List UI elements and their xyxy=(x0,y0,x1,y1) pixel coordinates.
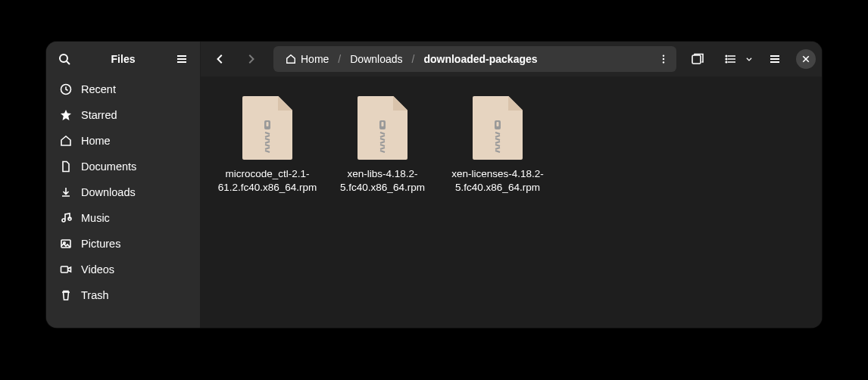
view-switcher xyxy=(720,47,757,71)
svg-line-45 xyxy=(495,135,500,137)
svg-rect-34 xyxy=(382,122,384,126)
breadcrumb-label: Downloads xyxy=(350,53,402,65)
star-icon xyxy=(60,109,72,121)
search-icon xyxy=(58,53,70,65)
view-dropdown-button[interactable] xyxy=(742,47,757,71)
menu-icon xyxy=(176,53,188,65)
svg-rect-12 xyxy=(692,55,701,64)
breadcrumb-label: downloaded-packages xyxy=(423,53,537,65)
file-label: xen-licenses-4.18.2-5.fc40.x86_64.rpm xyxy=(445,167,550,195)
breadcrumb-downloads[interactable]: Downloads xyxy=(347,53,405,65)
sidebar-item-label: Pictures xyxy=(81,238,120,250)
toolbar: Home / Downloads / downloaded-packages xyxy=(201,42,822,76)
home-icon xyxy=(286,54,296,64)
chevron-down-icon xyxy=(745,55,753,63)
file-item[interactable]: microcode_ctl-2.1-61.2.fc40.x86_64.rpm xyxy=(214,92,320,195)
search-button[interactable] xyxy=(52,47,76,71)
svg-line-44 xyxy=(495,132,500,134)
breadcrumb-separator: / xyxy=(412,53,415,65)
sidebar-list: Recent Starred Home Documents Downloads … xyxy=(46,76,200,328)
svg-line-29 xyxy=(265,142,270,143)
forward-button[interactable] xyxy=(237,46,264,72)
svg-point-0 xyxy=(60,55,67,62)
chevron-right-icon xyxy=(245,54,256,64)
path-menu-button[interactable] xyxy=(651,46,676,72)
svg-rect-8 xyxy=(61,266,68,273)
file-label: microcode_ctl-2.1-61.2.fc40.x86_64.rpm xyxy=(215,167,320,195)
file-manager-window: Files Recent Starred Home Documents xyxy=(46,42,822,328)
list-icon xyxy=(725,53,737,65)
svg-line-50 xyxy=(495,151,500,152)
svg-line-46 xyxy=(495,139,500,140)
sidebar-item-recent[interactable]: Recent xyxy=(46,76,200,102)
file-item[interactable]: xen-libs-4.18.2-5.fc40.x86_64.rpm xyxy=(329,92,436,195)
svg-point-17 xyxy=(726,58,727,60)
svg-point-16 xyxy=(726,55,727,57)
svg-line-38 xyxy=(380,142,385,143)
svg-line-27 xyxy=(265,135,270,137)
sidebar-item-label: Trash xyxy=(81,289,109,301)
archive-icon xyxy=(242,96,292,160)
back-button[interactable] xyxy=(207,46,234,72)
file-item[interactable]: xen-licenses-4.18.2-5.fc40.x86_64.rpm xyxy=(445,92,551,195)
svg-point-10 xyxy=(663,58,664,60)
sidebar-item-label: Starred xyxy=(81,109,117,121)
svg-line-37 xyxy=(380,139,385,140)
sidebar-item-documents[interactable]: Documents xyxy=(46,154,200,179)
document-icon xyxy=(60,160,72,173)
menu-icon xyxy=(769,53,781,65)
main-menu-button[interactable] xyxy=(763,47,787,71)
path-bar: Home / Downloads / downloaded-packages xyxy=(273,46,676,72)
trash-icon xyxy=(60,289,72,301)
breadcrumb-current[interactable]: downloaded-packages xyxy=(420,53,540,65)
svg-line-26 xyxy=(265,132,270,134)
svg-line-41 xyxy=(380,151,385,152)
download-icon xyxy=(60,186,72,198)
sidebar-item-pictures[interactable]: Pictures xyxy=(46,231,200,257)
svg-line-31 xyxy=(265,148,270,149)
archive-icon xyxy=(358,96,407,160)
svg-line-39 xyxy=(380,145,385,146)
svg-rect-25 xyxy=(267,122,269,126)
sidebar-item-label: Videos xyxy=(81,263,114,276)
sidebar: Files Recent Starred Home Documents xyxy=(46,42,201,328)
breadcrumb-home[interactable]: Home xyxy=(283,53,332,65)
home-icon xyxy=(60,135,72,147)
sidebar-menu-button[interactable] xyxy=(170,47,194,71)
sidebar-item-music[interactable]: Music xyxy=(46,205,200,231)
sidebar-item-trash[interactable]: Trash xyxy=(46,282,200,308)
svg-rect-43 xyxy=(497,122,499,126)
svg-line-40 xyxy=(380,148,385,149)
music-icon xyxy=(60,212,72,224)
sidebar-item-label: Documents xyxy=(81,160,136,173)
sidebar-item-videos[interactable]: Videos xyxy=(46,257,200,282)
file-label: xen-libs-4.18.2-5.fc40.x86_64.rpm xyxy=(330,167,435,195)
close-icon xyxy=(801,55,810,64)
svg-point-18 xyxy=(726,61,727,63)
new-tab-icon xyxy=(691,52,704,66)
app-title: Files xyxy=(76,53,170,65)
sidebar-item-label: Music xyxy=(81,212,110,224)
svg-line-35 xyxy=(380,132,385,134)
svg-point-9 xyxy=(663,55,664,56)
list-view-button[interactable] xyxy=(720,47,742,71)
svg-line-1 xyxy=(67,61,70,64)
breadcrumb-label: Home xyxy=(301,53,329,65)
sidebar-item-label: Recent xyxy=(81,83,116,95)
new-tab-button[interactable] xyxy=(685,47,710,71)
sidebar-item-downloads[interactable]: Downloads xyxy=(46,179,200,205)
svg-line-48 xyxy=(495,145,500,146)
chevron-left-icon xyxy=(215,54,226,64)
clock-icon xyxy=(60,83,72,95)
sidebar-item-home[interactable]: Home xyxy=(46,128,200,154)
main-panel: Home / Downloads / downloaded-packages xyxy=(201,42,822,328)
breadcrumb-separator: / xyxy=(338,53,341,65)
sidebar-item-label: Home xyxy=(81,135,111,147)
svg-point-11 xyxy=(663,61,664,63)
sidebar-item-starred[interactable]: Starred xyxy=(46,102,200,128)
sidebar-item-label: Downloads xyxy=(81,186,136,198)
file-grid: microcode_ctl-2.1-61.2.fc40.x86_64.rpm x… xyxy=(201,76,822,328)
picture-icon xyxy=(60,238,72,250)
close-button[interactable] xyxy=(796,49,816,69)
svg-line-47 xyxy=(495,142,500,143)
